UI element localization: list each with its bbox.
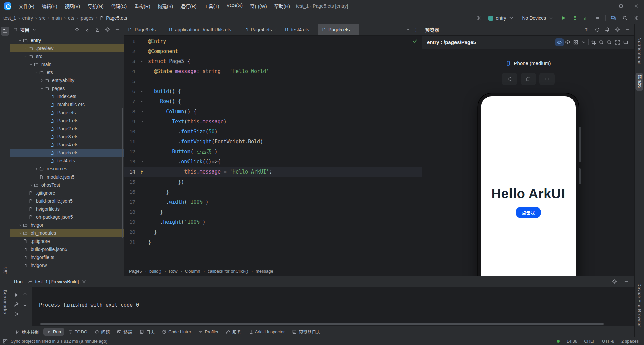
tree-chevron-icon[interactable] bbox=[39, 78, 45, 83]
fold-icon[interactable] bbox=[135, 160, 148, 164]
nav-more-button[interactable] bbox=[539, 73, 555, 85]
run-toolwindow-tab[interactable]: 运行 bbox=[1, 263, 9, 276]
menu-item-11[interactable]: 帮助(H) bbox=[271, 1, 293, 11]
status-right-item-3[interactable]: 2 spaces bbox=[621, 339, 639, 344]
close-button[interactable] bbox=[629, 0, 644, 12]
notifications-toolwindow-tab[interactable]: Notifications bbox=[636, 36, 642, 67]
fold-icon[interactable] bbox=[135, 100, 148, 104]
fold-icon[interactable] bbox=[135, 60, 148, 63]
tree-item-Page5.ets[interactable]: Page5.ets bbox=[10, 149, 124, 157]
menu-item-0[interactable]: 文件(F) bbox=[15, 1, 38, 11]
bottombar-item-2[interactable]: TODO bbox=[65, 328, 91, 336]
bottombar-item-7[interactable]: Profiler bbox=[195, 328, 222, 336]
search-everywhere-button[interactable] bbox=[621, 14, 629, 22]
editor-breadcrumb-item[interactable]: build() bbox=[149, 269, 161, 274]
inspect-toggle-button[interactable] bbox=[555, 38, 564, 46]
bottombar-item-8[interactable]: 服务 bbox=[223, 327, 245, 336]
tree-item-build-profile.json5[interactable]: build-profile.json5 bbox=[10, 197, 124, 205]
tree-item-Page3.ets[interactable]: Page3.ets bbox=[10, 133, 124, 141]
tree-item-hvigor[interactable]: hvigor bbox=[10, 221, 124, 229]
fit-screen-button[interactable] bbox=[613, 38, 622, 46]
tree-item-Page4.ets[interactable]: Page4.ets bbox=[10, 141, 124, 149]
zoom-in-button[interactable] bbox=[605, 38, 613, 46]
hide-run-panel-button[interactable] bbox=[622, 278, 630, 286]
editor-breadcrumb-item[interactable]: Row bbox=[169, 269, 177, 274]
tree-item-pages[interactable]: pages bbox=[10, 84, 124, 92]
more-options-button[interactable]: ⋮ bbox=[414, 27, 418, 32]
chevron-down-icon[interactable] bbox=[32, 27, 37, 32]
zoom-out-button[interactable] bbox=[597, 38, 605, 46]
preview-notifications-button[interactable] bbox=[603, 26, 611, 34]
editor-tab-3[interactable]: test4.ets bbox=[281, 24, 318, 35]
menu-item-7[interactable]: 运行(R) bbox=[177, 1, 200, 11]
editor-tab-4[interactable]: Page5.ets bbox=[318, 24, 359, 35]
editor-breadcrumb-item[interactable]: Page5 bbox=[129, 269, 142, 274]
bottombar-item-3[interactable]: 问题 bbox=[91, 327, 113, 336]
tree-item-.gitignore[interactable]: .gitignore bbox=[10, 237, 124, 245]
tree-item-ohosTest[interactable]: ohosTest bbox=[10, 181, 124, 189]
tree-item-hvigorw[interactable]: hvigorw bbox=[10, 261, 124, 269]
tree-chevron-icon[interactable] bbox=[23, 54, 29, 59]
tree-item-test4.ets[interactable]: test4.ets bbox=[10, 157, 124, 165]
settings-button[interactable] bbox=[632, 14, 641, 22]
collapse-all-button[interactable] bbox=[93, 26, 101, 34]
tree-chevron-icon[interactable] bbox=[17, 231, 23, 235]
preview-click-button[interactable]: 点击我 bbox=[516, 207, 541, 218]
editor-breadcrumb-item[interactable]: Column bbox=[185, 269, 200, 274]
menu-item-4[interactable]: 代码(C) bbox=[108, 1, 130, 11]
profile-button[interactable] bbox=[582, 14, 591, 22]
bottombar-item-1[interactable]: Run bbox=[43, 328, 64, 336]
rerun-button[interactable] bbox=[12, 291, 20, 299]
fold-icon[interactable] bbox=[135, 110, 148, 114]
tree-item-ets[interactable]: ets bbox=[10, 68, 124, 76]
breadcrumb-item[interactable]: Page5.ets bbox=[100, 15, 127, 21]
device-selector[interactable]: No Devices bbox=[519, 14, 556, 22]
fold-icon[interactable] bbox=[135, 120, 148, 124]
breadcrumb-item[interactable]: src bbox=[39, 15, 46, 21]
bottombar-item-6[interactable]: Code Linter bbox=[159, 328, 194, 336]
frame-button[interactable] bbox=[589, 38, 597, 46]
more-actions-button[interactable] bbox=[12, 309, 20, 318]
menu-item-10[interactable]: 窗口(W) bbox=[247, 1, 270, 11]
run-output-scrollbar[interactable] bbox=[40, 323, 604, 325]
bottombar-item-0[interactable]: 版本控制 bbox=[12, 327, 43, 336]
status-right-item-1[interactable]: CRLF bbox=[584, 339, 595, 344]
nav-back-button[interactable] bbox=[502, 73, 517, 85]
tree-item-Page1.ets[interactable]: Page1.ets bbox=[10, 117, 124, 125]
editor-breadcrumb-item[interactable]: callback for onClick() bbox=[208, 269, 248, 274]
layers-button[interactable] bbox=[564, 38, 572, 46]
stop-button[interactable] bbox=[593, 14, 602, 22]
tree-item-src[interactable]: src bbox=[10, 52, 124, 60]
tree-item-entryability[interactable]: entryability bbox=[10, 76, 124, 84]
close-icon[interactable] bbox=[81, 279, 87, 284]
refresh-preview-button[interactable] bbox=[593, 26, 601, 34]
menu-item-8[interactable]: 工具(T) bbox=[201, 1, 223, 11]
scroll-up-button[interactable] bbox=[21, 291, 29, 299]
run-config-selector[interactable]: entry bbox=[486, 14, 517, 22]
orientation-button[interactable] bbox=[622, 38, 630, 46]
tree-item-mathUtils.ets[interactable]: mathUtils.ets bbox=[10, 100, 124, 109]
tree-item-oh_modules[interactable]: oh_modules bbox=[10, 229, 124, 237]
tree-chevron-icon[interactable] bbox=[34, 167, 39, 171]
breadcrumb-item[interactable]: ets bbox=[68, 15, 74, 21]
close-icon[interactable] bbox=[274, 28, 278, 31]
preview-mode-dropdown[interactable] bbox=[580, 38, 588, 46]
tree-chevron-icon[interactable] bbox=[34, 70, 39, 75]
hide-panel-button[interactable] bbox=[113, 26, 121, 34]
tree-chevron-icon[interactable] bbox=[17, 223, 23, 227]
tree-item-oh-package.json5[interactable]: oh-package.json5 bbox=[10, 213, 124, 221]
menu-item-9[interactable]: VCS(S) bbox=[223, 1, 246, 11]
menu-item-5[interactable]: 重构(R) bbox=[131, 1, 153, 11]
tree-item-resources[interactable]: resources bbox=[10, 165, 124, 173]
menu-item-3[interactable]: 导航(N) bbox=[84, 1, 107, 11]
intention-bulb-icon[interactable] bbox=[135, 170, 148, 174]
maximize-button[interactable] bbox=[613, 0, 629, 12]
bottombar-item-9[interactable]: ArkUI Inspector bbox=[245, 328, 288, 336]
scroll-down-button[interactable] bbox=[21, 300, 29, 309]
bottombar-item-4[interactable]: 终端 bbox=[114, 327, 136, 336]
menu-item-1[interactable]: 编辑(E) bbox=[38, 1, 61, 11]
build-settings-button[interactable] bbox=[12, 300, 20, 309]
breadcrumb-item[interactable]: main bbox=[52, 15, 62, 21]
tree-item-.gitignore[interactable]: .gitignore bbox=[10, 189, 124, 197]
tree-item-entry[interactable]: entry bbox=[10, 36, 124, 44]
